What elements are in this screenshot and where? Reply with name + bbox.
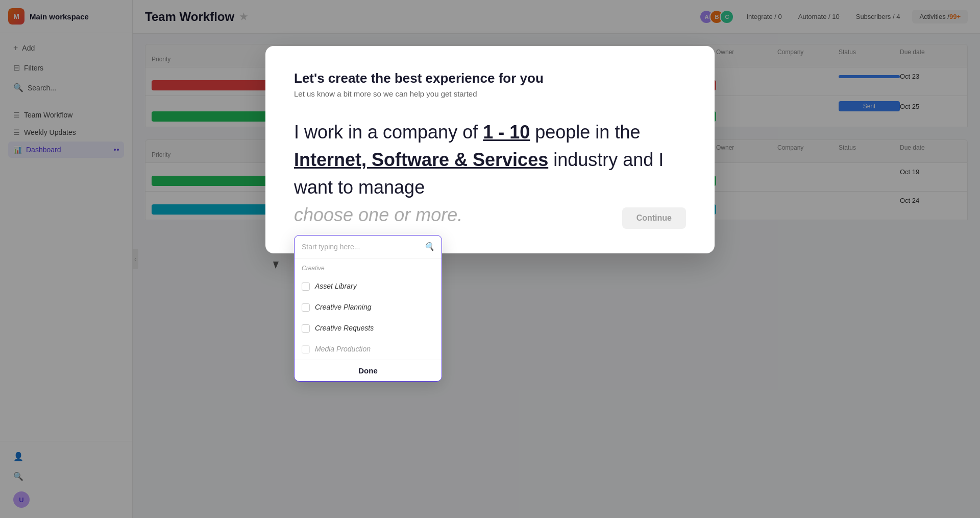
continue-button[interactable]: Continue (622, 207, 686, 229)
manage-dropdown: 🔍 Creative Asset Library Creative Planni… (294, 235, 442, 382)
done-button[interactable]: Done (358, 366, 378, 375)
item-label-creative-requests: Creative Requests (315, 323, 374, 334)
search-icon[interactable]: 🔍 (424, 241, 434, 253)
manage-placeholder[interactable]: choose one or more. 🔍 Creative Asset L (294, 204, 462, 225)
item-label-media-production: Media Production (315, 344, 371, 355)
company-size-link[interactable]: 1 - 10 (483, 122, 530, 143)
modal-subtitle: Let us know a bit more so we can help yo… (294, 89, 686, 98)
checkbox-creative-requests[interactable] (302, 324, 310, 333)
item-label-asset-library: Asset Library (315, 281, 357, 292)
dropdown-done-area: Done (295, 360, 442, 381)
dropdown-group-label: Creative (295, 258, 442, 276)
dropdown-item-creative-requests[interactable]: Creative Requests (295, 318, 442, 339)
dropdown-item-asset-library[interactable]: Asset Library (295, 276, 442, 297)
industry-link[interactable]: Internet, Software & Services (294, 149, 548, 170)
checkbox-creative-planning[interactable] (302, 303, 310, 312)
search-input[interactable] (302, 243, 420, 251)
dropdown-wrapper: 🔍 Creative Asset Library Creative Planni… (294, 235, 442, 382)
modal-overlay[interactable]: Let's create the best experience for you… (133, 0, 980, 518)
item-label-creative-planning: Creative Planning (315, 302, 372, 313)
checkbox-asset-library[interactable] (302, 282, 310, 291)
dropdown-item-creative-planning[interactable]: Creative Planning (295, 297, 442, 318)
dropdown-item-media-production[interactable]: Media Production (295, 339, 442, 360)
modal-title: Let's create the best experience for you (294, 70, 686, 86)
modal: Let's create the best experience for you… (265, 46, 715, 253)
sentence-part1: I work in a company of (294, 122, 478, 143)
sentence-part2: people in the (535, 122, 640, 143)
checkbox-media-production[interactable] (302, 345, 310, 354)
dropdown-search: 🔍 (295, 236, 442, 258)
main-content: Team Workflow ★ A B C Integrate / 0 Auto… (133, 0, 980, 518)
